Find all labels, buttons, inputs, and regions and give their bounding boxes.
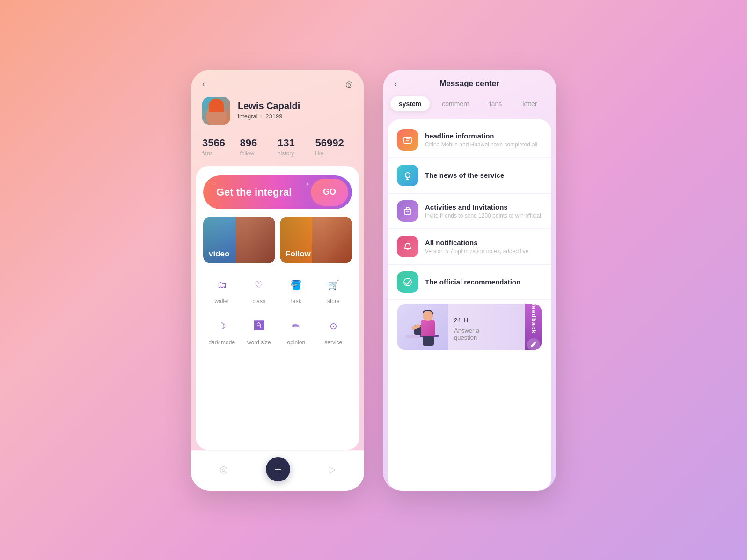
feedback-hours: 24 H [454,313,520,325]
right-top-bar: ‹ Message center [383,70,556,96]
msg-recommendation[interactable]: The official recommendation [388,265,551,300]
media-row: video Follow [203,217,352,263]
recommendation-title: The official recommendation [425,278,542,286]
recommendation-icon [397,271,418,293]
activities-icon [397,200,418,222]
activities-sub: Invite friends to send 1200 points to wi… [425,212,542,219]
go-button[interactable]: GO [311,179,348,206]
feedback-info: 24 H Answer aquestion [448,313,525,341]
tabs-row: system comment fans letter [383,96,556,119]
headline-sub: China Mobile and Huawei have completed a… [425,141,542,148]
icon-store[interactable]: 🛒 store [317,271,351,308]
left-top-bar: ‹ ◎ [191,70,364,94]
store-label: store [327,298,340,305]
search-nav-icon[interactable]: ◎ [220,464,227,475]
recommendation-text: The official recommendation [425,278,542,286]
wordsize-icon: 🅰 [249,316,269,336]
video-label: video [209,249,229,259]
task-label: task [291,298,301,305]
icon-wallet[interactable]: 🗂 wallet [205,271,239,308]
notifications-text: All notifications Version 5.7 optimizati… [425,239,542,255]
message-card: headline information China Mobile and Hu… [388,119,551,491]
tab-fans[interactable]: fans [481,96,510,111]
wallet-label: wallet [214,298,229,305]
message-center-title: Message center [439,79,499,88]
service-label: service [324,339,342,346]
profile-integral: integral： 23199 [238,112,353,121]
icon-opinion[interactable]: ✏ opinion [279,312,313,349]
profile-info: Lewis Capaldi integral： 23199 [238,101,353,121]
wallet-icon: 🗂 [212,275,232,295]
class-icon: ♡ [249,275,269,295]
msg-headline[interactable]: headline information China Mobile and Hu… [388,123,551,158]
service-title: The news of the service [425,171,542,179]
darkmode-label: dark mode [208,339,235,346]
plus-button[interactable]: + [266,457,290,481]
task-icon: 🪣 [286,275,307,295]
video-card[interactable]: video [203,217,275,263]
stat-follow: 896 follow [240,137,278,157]
notifications-title: All notifications [425,239,542,247]
icon-class[interactable]: ♡ class [242,271,276,308]
headline-icon [397,129,418,151]
headline-text: headline information China Mobile and Hu… [425,132,542,148]
class-label: class [253,298,265,305]
right-back-button[interactable]: ‹ [394,79,397,89]
notifications-sub: Version 5.7 optimization notes, added li… [425,248,542,255]
right-phone: ‹ Message center system comment fans let… [383,70,556,491]
icon-grid: 🗂 wallet ♡ class 🪣 task 🛒 store ☽ dark m… [203,271,352,349]
headline-title: headline information [425,132,542,140]
integral-banner[interactable]: Get the integral GO [203,175,352,209]
integral-text: Get the integral [216,186,292,198]
stat-history: 131 history [278,137,315,157]
follow-card[interactable]: Follow [280,217,352,263]
profile-header: Lewis Capaldi integral： 23199 [191,94,364,132]
avatar-image [202,97,230,125]
follow-label: Follow [286,249,311,259]
stat-like: 56992 like [315,137,353,157]
icon-darkmode[interactable]: ☽ dark mode [205,312,239,349]
opinion-label: opinion [287,339,305,346]
play-nav-icon[interactable]: ▷ [329,464,336,475]
person-legs [423,336,434,346]
tab-letter[interactable]: letter [514,96,545,111]
tab-comment[interactable]: comment [433,96,477,111]
person-figure [404,308,441,350]
service-icon: ⊙ [323,316,344,336]
stat-fans: 3566 fans [202,137,240,157]
feedback-card[interactable]: 24 H Answer aquestion feedback [397,304,542,350]
person-head [423,311,433,321]
icon-wordsize[interactable]: 🅰 word size [242,312,276,349]
stats-row: 3566 fans 896 follow 131 history 56992 l… [191,132,364,166]
feedback-button[interactable]: feedback [525,304,542,350]
service-msg-icon [397,165,418,186]
darkmode-icon: ☽ [212,316,232,336]
bottom-nav: ◎ + ▷ [191,450,364,491]
activities-text: Activities and Invitations Invite friend… [425,203,542,219]
avatar [202,97,230,125]
wordsize-label: word size [247,339,271,346]
feedback-btn-label: feedback [530,304,537,334]
store-icon: 🛒 [323,275,344,295]
white-card: Get the integral GO video Follow 🗂 walle… [196,166,359,450]
service-text: The news of the service [425,171,542,179]
icon-task[interactable]: 🪣 task [279,271,313,308]
feedback-btn-icon [527,338,540,350]
feedback-desc: Answer aquestion [454,327,520,341]
settings-icon[interactable]: ◎ [345,79,353,89]
icon-service[interactable]: ⊙ service [317,312,351,349]
msg-notifications[interactable]: All notifications Version 5.7 optimizati… [388,229,551,264]
back-button[interactable]: ‹ [202,79,205,89]
svg-point-9 [404,278,411,286]
feedback-illustration [397,304,448,350]
opinion-icon: ✏ [286,316,307,336]
profile-name: Lewis Capaldi [238,101,353,111]
msg-service[interactable]: The news of the service [388,158,551,193]
left-phone: ‹ ◎ Lewis Capaldi integral： 23199 3566 f… [191,70,364,491]
tab-system[interactable]: system [390,96,430,111]
notifications-icon [397,236,418,257]
activities-title: Activities and Invitations [425,203,542,211]
person-body [421,320,435,336]
msg-activities[interactable]: Activities and Invitations Invite friend… [388,194,551,229]
